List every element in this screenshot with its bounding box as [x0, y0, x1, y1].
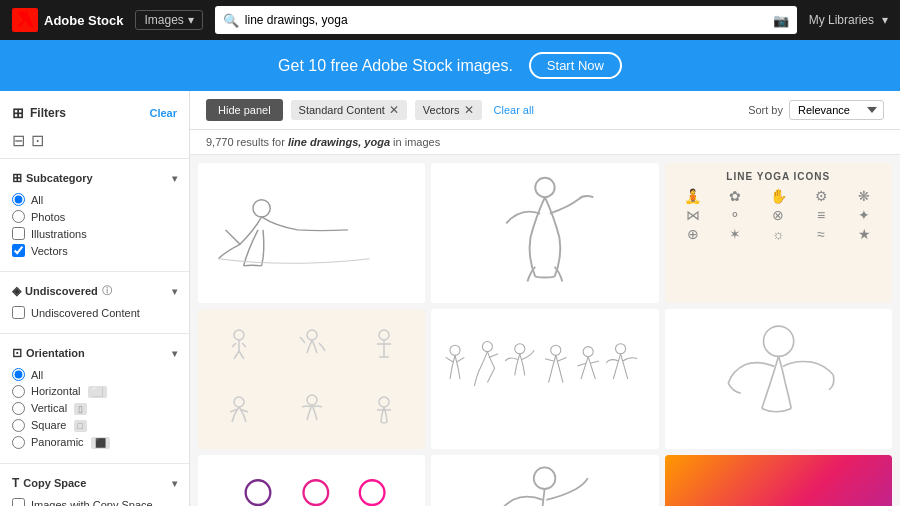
subcategory-all[interactable]: All — [12, 191, 177, 208]
orientation-panoramic[interactable]: Panoramic ⬛ — [12, 434, 177, 451]
chevron-down-icon: ▾ — [188, 13, 194, 27]
logo[interactable]: Adobe Stock — [12, 8, 123, 32]
svg-text:O: O — [724, 500, 762, 506]
svg-point-15 — [245, 480, 270, 505]
clear-all-button[interactable]: Clear all — [494, 104, 534, 116]
orientation-all[interactable]: All — [12, 366, 177, 383]
yoga-icons-title: LINE YOGA ICONS — [726, 171, 830, 182]
svg-point-3 — [307, 330, 317, 340]
results-query: line drawings, yoga — [288, 136, 390, 148]
grid-item-colorful-yoga[interactable] — [198, 455, 425, 506]
grid-item-dancer[interactable] — [431, 455, 658, 506]
filters-icon: ⊞ — [12, 105, 24, 121]
grid-item-yoga-art[interactable]: Y O G A — [665, 455, 892, 506]
svg-text:A: A — [823, 500, 858, 506]
search-input[interactable] — [245, 13, 767, 27]
undiscovered-chevron: ▾ — [172, 286, 177, 297]
vectors-remove-icon[interactable]: ✕ — [464, 103, 474, 117]
yoga-icons-grid: 🧘 ✿ ✋ ⚙ ❋ ⋈ ⚬ ⊗ ≡ ✦ ⊕ ✶ ☼ ≈ ★ — [673, 188, 884, 242]
svg-point-18 — [534, 467, 556, 489]
grid-item-yoga-icons[interactable]: LINE YOGA ICONS 🧘 ✿ ✋ ⚙ ❋ ⋈ ⚬ ⊗ ≡ ✦ ⊕ ✶ — [665, 163, 892, 303]
copy-space-section[interactable]: T Copy Space ▾ — [0, 468, 189, 494]
standard-content-remove-icon[interactable]: ✕ — [389, 103, 399, 117]
results-count: 9,770 — [206, 136, 234, 148]
sidebar: ⊞ Filters Clear ⊟ ⊡ ⊞ Subcategory ▾ All … — [0, 91, 190, 506]
chevron-down-icon: ▾ — [882, 13, 888, 27]
svg-point-16 — [303, 480, 328, 505]
grid-item-seated[interactable] — [665, 309, 892, 449]
subcategory-icon: ⊞ — [12, 171, 22, 185]
filter-sliders-icon[interactable]: ⊟ — [12, 131, 25, 150]
subcategory-section[interactable]: ⊞ Subcategory ▾ — [0, 163, 189, 189]
image-grid: LINE YOGA ICONS 🧘 ✿ ✋ ⚙ ❋ ⋈ ⚬ ⊗ ≡ ✦ ⊕ ✶ — [190, 155, 900, 506]
svg-point-8 — [450, 345, 460, 355]
images-label: Images — [144, 13, 183, 27]
undiscovered-content-checkbox[interactable]: Undiscovered Content — [12, 304, 177, 321]
svg-point-10 — [515, 344, 525, 354]
copy-space-icon: T — [12, 476, 19, 490]
camera-icon[interactable]: 📷 — [773, 13, 789, 28]
svg-point-4 — [379, 330, 389, 340]
standard-content-tag: Standard Content ✕ — [291, 100, 407, 120]
grid-item-multi-poses[interactable] — [431, 309, 658, 449]
topbar: Adobe Stock Images ▾ 🔍 📷 My Libraries ▾ — [0, 0, 900, 40]
svg-point-17 — [359, 480, 384, 505]
undiscovered-icon: ◈ — [12, 284, 21, 298]
content-toolbar: Hide panel Standard Content ✕ Vectors ✕ … — [190, 91, 900, 130]
svg-point-6 — [307, 395, 317, 405]
content-area: Hide panel Standard Content ✕ Vectors ✕ … — [190, 91, 900, 506]
orientation-label: Orientation — [26, 347, 85, 359]
hide-panel-button[interactable]: Hide panel — [206, 99, 283, 121]
clear-button[interactable]: Clear — [149, 107, 177, 119]
orientation-vertical[interactable]: Vertical ▯ — [12, 400, 177, 417]
sort-select[interactable]: Relevance Most Recent Most Popular — [789, 100, 884, 120]
toolbar-icons: ⊟ ⊡ — [0, 127, 189, 154]
grid-item-small-poses-right[interactable] — [198, 309, 425, 449]
promo-text: Get 10 free Adobe Stock images. — [278, 57, 513, 75]
undiscovered-section[interactable]: ◈ Undiscovered ⓘ ▾ — [0, 276, 189, 302]
camera-filter-icon[interactable]: ⊡ — [31, 131, 44, 150]
results-suffix: in images — [393, 136, 440, 148]
main-layout: ⊞ Filters Clear ⊟ ⊡ ⊞ Subcategory ▾ All … — [0, 91, 900, 506]
svg-point-11 — [551, 345, 561, 355]
undiscovered-info-icon[interactable]: ⓘ — [102, 284, 112, 298]
search-icon: 🔍 — [223, 13, 239, 28]
grid-item-2[interactable] — [431, 163, 658, 303]
svg-point-7 — [379, 397, 389, 407]
orientation-horizontal[interactable]: Horizontal ⬜ — [12, 383, 177, 400]
subcategory-chevron: ▾ — [172, 173, 177, 184]
grid-item-1[interactable] — [198, 163, 425, 303]
copy-space-content: Images with Copy Space — [0, 494, 189, 506]
orientation-section[interactable]: ⊡ Orientation ▾ — [0, 338, 189, 364]
subcategory-content: All Photos Illustrations Vectors — [0, 189, 189, 267]
svg-point-2 — [234, 330, 244, 340]
app-name-label: Adobe Stock — [44, 13, 123, 28]
subcategory-photos[interactable]: Photos — [12, 208, 177, 225]
promo-banner: Get 10 free Adobe Stock images. Start No… — [0, 40, 900, 91]
results-info: 9,770 results for line drawings, yoga in… — [190, 130, 900, 155]
subcategory-vectors[interactable]: Vectors — [12, 242, 177, 259]
images-dropdown[interactable]: Images ▾ — [135, 10, 202, 30]
svg-point-9 — [482, 342, 492, 352]
svg-text:G: G — [776, 500, 814, 506]
copy-space-checkbox[interactable]: Images with Copy Space — [12, 496, 177, 506]
subcategory-illustrations[interactable]: Illustrations — [12, 225, 177, 242]
copy-space-label: Copy Space — [23, 477, 86, 489]
svg-point-5 — [234, 397, 244, 407]
orientation-chevron: ▾ — [172, 348, 177, 359]
svg-point-13 — [616, 344, 626, 354]
undiscovered-content: Undiscovered Content — [0, 302, 189, 329]
sort-area: Sort by Relevance Most Recent Most Popul… — [748, 100, 884, 120]
start-now-button[interactable]: Start Now — [529, 52, 622, 79]
copy-space-chevron: ▾ — [172, 478, 177, 489]
svg-text:Y: Y — [685, 500, 717, 506]
svg-point-12 — [583, 347, 593, 357]
svg-point-0 — [253, 199, 270, 216]
sort-label: Sort by — [748, 104, 783, 116]
orientation-icon: ⊡ — [12, 346, 22, 360]
orientation-square[interactable]: Square □ — [12, 417, 177, 434]
svg-point-1 — [535, 178, 554, 197]
vectors-tag: Vectors ✕ — [415, 100, 482, 120]
my-libraries-btn[interactable]: My Libraries ▾ — [809, 13, 888, 27]
my-libraries-label: My Libraries — [809, 13, 874, 27]
